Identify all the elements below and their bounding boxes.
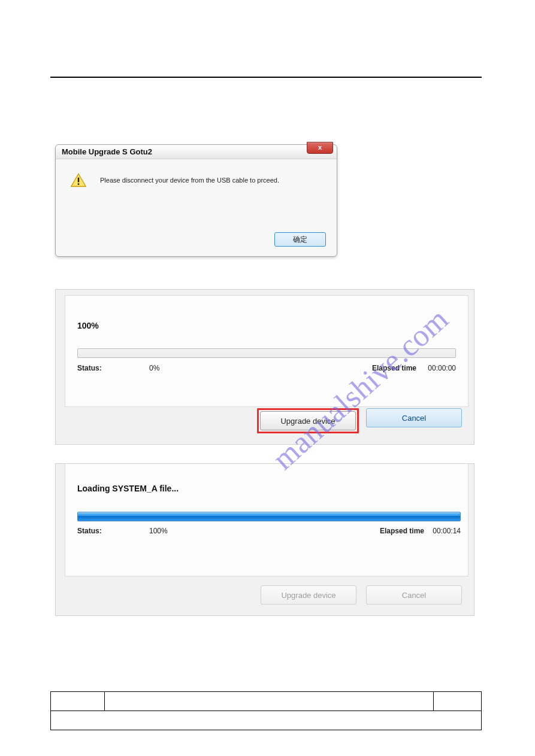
status-row: Status: 100% Elapsed time 00:00:14 xyxy=(77,527,461,535)
upgrade-device-button-disabled: Upgrade device xyxy=(261,585,356,605)
ok-button[interactable]: 确定 xyxy=(274,232,326,247)
status-row: Status: 0% Elapsed time 00:00:00 xyxy=(77,364,456,372)
footer-row-2 xyxy=(51,711,482,730)
status-value: 0% xyxy=(149,364,159,372)
close-icon: x xyxy=(318,144,322,151)
dialog-title: Mobile Upgrade S Gotu2 xyxy=(62,147,152,156)
svg-rect-1 xyxy=(78,178,79,183)
elapsed-value: 00:00:00 xyxy=(428,364,456,372)
status-value: 100% xyxy=(149,527,168,535)
close-button[interactable]: x xyxy=(307,142,333,154)
footer-table xyxy=(50,691,482,730)
cancel-button[interactable]: Cancel xyxy=(366,408,462,427)
cancel-button-disabled: Cancel xyxy=(366,585,462,605)
progress-area: 100% Status: 0% Elapsed time 00:00:00 xyxy=(65,295,468,407)
progress-bar-full xyxy=(77,512,461,521)
status-label: Status: xyxy=(77,527,102,535)
elapsed-label: Elapsed time xyxy=(372,364,416,372)
dialog-titlebar: Mobile Upgrade S Gotu2 x xyxy=(56,145,337,159)
upgrade-device-button[interactable]: Upgrade device xyxy=(260,411,356,430)
dialog-message: Please disconnect your device from the U… xyxy=(100,177,279,184)
disconnect-dialog: Mobile Upgrade S Gotu2 x Please disconne… xyxy=(55,144,337,257)
status-label: Status: xyxy=(77,364,102,372)
percent-label: 100% xyxy=(77,321,99,330)
upgrade-panel-loading: Loading SYSTEM_A file... Status: 100% El… xyxy=(55,463,474,616)
progress-area: Loading SYSTEM_A file... Status: 100% El… xyxy=(65,464,468,576)
svg-rect-2 xyxy=(78,183,79,185)
button-row: Upgrade device Cancel xyxy=(261,585,462,605)
footer-cell xyxy=(51,692,105,711)
button-row: Upgrade device Cancel xyxy=(257,408,462,433)
footer-cell xyxy=(104,692,433,711)
highlight-frame: Upgrade device xyxy=(257,408,359,433)
dialog-body: Please disconnect your device from the U… xyxy=(56,159,337,194)
upgrade-panel-ready: 100% Status: 0% Elapsed time 00:00:00 Up… xyxy=(55,289,474,445)
page-header-rule xyxy=(50,77,482,78)
elapsed-label: Elapsed time xyxy=(380,527,424,535)
footer-cell xyxy=(51,711,482,730)
footer-cell xyxy=(434,692,482,711)
dialog-footer: 确定 xyxy=(274,232,326,247)
loading-label: Loading SYSTEM_A file... xyxy=(77,484,179,493)
footer-row-1 xyxy=(51,692,482,711)
elapsed-value: 00:00:14 xyxy=(433,527,461,535)
warning-icon xyxy=(70,172,87,188)
progress-bar-empty xyxy=(77,348,456,358)
